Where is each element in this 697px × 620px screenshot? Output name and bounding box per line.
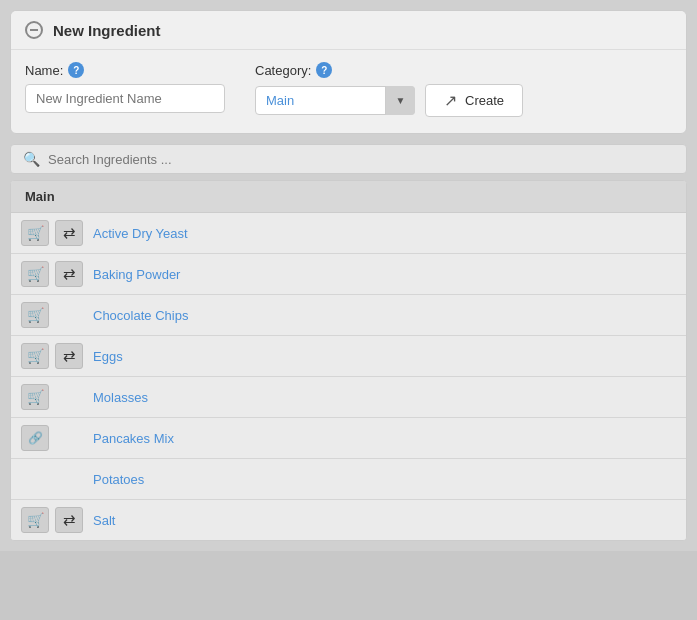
ingredient-name: Baking Powder bbox=[93, 267, 180, 282]
form-row: Name: ? Category: ? Main bbox=[25, 62, 672, 117]
export-icon: ↗ bbox=[444, 91, 457, 110]
ingredients-list: Main 🛒 ⇄ Active Dry Yeast 🛒 ⇄ Baking Pow… bbox=[10, 180, 687, 541]
list-item: 🛒 ⇄ Active Dry Yeast bbox=[11, 213, 686, 254]
panel-body: Name: ? Category: ? Main bbox=[11, 50, 686, 133]
refresh-icon-button[interactable]: ⇄ bbox=[55, 343, 83, 369]
category-select-wrapper: Main Baking Dairy Produce Spices bbox=[255, 86, 415, 115]
ingredient-name: Pancakes Mix bbox=[93, 431, 174, 446]
category-header: Main bbox=[11, 181, 686, 213]
panel-title: New Ingredient bbox=[53, 22, 161, 39]
list-item: 🛒 Molasses bbox=[11, 377, 686, 418]
link-icon-button[interactable]: 🔗 bbox=[21, 425, 49, 451]
cart-icon-button[interactable]: 🛒 bbox=[21, 302, 49, 328]
ingredient-name: Eggs bbox=[93, 349, 123, 364]
search-bar: 🔍 bbox=[10, 144, 687, 174]
cart-icon-button[interactable]: 🛒 bbox=[21, 261, 49, 287]
empty-icon-slot bbox=[55, 302, 83, 328]
category-row: Main Baking Dairy Produce Spices ↗ Creat… bbox=[255, 84, 523, 117]
panel-header: New Ingredient bbox=[11, 11, 686, 50]
list-item: 🛒 ⇄ Salt bbox=[11, 500, 686, 540]
list-item: Potatoes bbox=[11, 459, 686, 500]
ingredient-name: Active Dry Yeast bbox=[93, 226, 188, 241]
name-label: Name: ? bbox=[25, 62, 225, 78]
list-item: 🛒 ⇄ Baking Powder bbox=[11, 254, 686, 295]
cart-icon-button[interactable]: 🛒 bbox=[21, 384, 49, 410]
list-item: 🛒 Chocolate Chips bbox=[11, 295, 686, 336]
list-item: 🔗 Pancakes Mix bbox=[11, 418, 686, 459]
category-group: Category: ? Main Baking Dairy Produce Sp… bbox=[255, 62, 523, 117]
main-container: New Ingredient Name: ? Category: ? bbox=[0, 0, 697, 551]
cart-icon-button[interactable]: 🛒 bbox=[21, 343, 49, 369]
refresh-icon-button[interactable]: ⇄ bbox=[55, 220, 83, 246]
list-item: 🛒 ⇄ Eggs bbox=[11, 336, 686, 377]
empty-icon-slot bbox=[55, 384, 83, 410]
name-group: Name: ? bbox=[25, 62, 225, 113]
category-label: Category: ? bbox=[255, 62, 523, 78]
empty-icon-slot bbox=[55, 466, 83, 492]
empty-icon-slot bbox=[55, 425, 83, 451]
new-ingredient-panel: New Ingredient Name: ? Category: ? bbox=[10, 10, 687, 134]
name-help-icon[interactable]: ? bbox=[68, 62, 84, 78]
cart-icon-button[interactable]: 🛒 bbox=[21, 507, 49, 533]
ingredient-name: Chocolate Chips bbox=[93, 308, 188, 323]
category-select[interactable]: Main Baking Dairy Produce Spices bbox=[255, 86, 415, 115]
refresh-icon-button[interactable]: ⇄ bbox=[55, 507, 83, 533]
name-input[interactable] bbox=[25, 84, 225, 113]
ingredient-name: Potatoes bbox=[93, 472, 144, 487]
ingredient-name: Salt bbox=[93, 513, 115, 528]
category-help-icon[interactable]: ? bbox=[316, 62, 332, 78]
ingredient-name: Molasses bbox=[93, 390, 148, 405]
empty-icon-slot bbox=[21, 466, 49, 492]
search-input[interactable] bbox=[48, 152, 674, 167]
create-button[interactable]: ↗ Create bbox=[425, 84, 523, 117]
cart-icon-button[interactable]: 🛒 bbox=[21, 220, 49, 246]
collapse-icon[interactable] bbox=[25, 21, 43, 39]
refresh-icon-button[interactable]: ⇄ bbox=[55, 261, 83, 287]
search-icon: 🔍 bbox=[23, 151, 40, 167]
